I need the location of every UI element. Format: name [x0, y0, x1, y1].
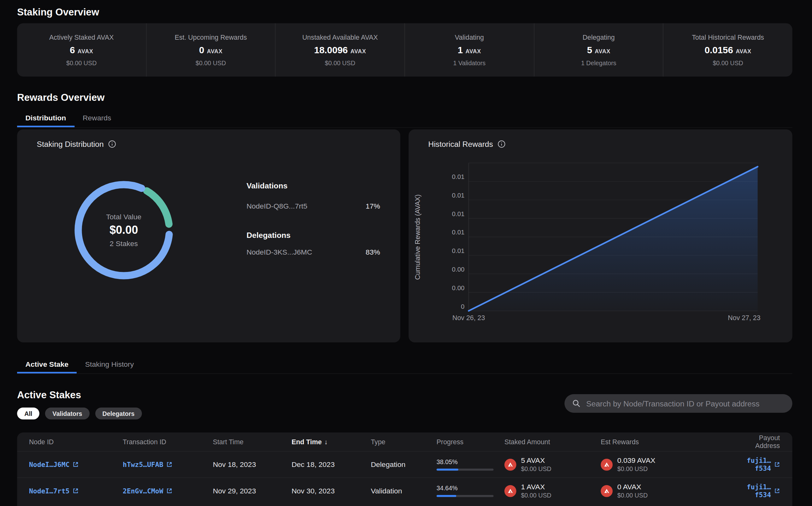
stat-sub: 1 Validators: [453, 59, 486, 67]
page-title: Staking Overview: [17, 7, 99, 18]
external-link-icon: [774, 461, 780, 468]
tab-rewards[interactable]: Rewards: [74, 110, 120, 127]
est-rewards-cell: 0.039 AVAX$0.00 USD: [601, 456, 733, 473]
x-tick-end: Nov 27, 23: [721, 314, 767, 322]
node-id-link[interactable]: NodeI…7rt5: [29, 487, 79, 495]
external-link-icon: [73, 488, 79, 494]
stat-sub: $0.00 USD: [196, 59, 226, 67]
table-row: NodeI…7rt5 2EnGv…CMoW Nov 29, 2023 Nov 3…: [17, 477, 792, 504]
y-tick: 0.01: [429, 229, 465, 236]
delegations-heading: Delegations: [246, 231, 290, 240]
stat-label: Total Historical Rewards: [692, 33, 764, 41]
stat-validating: Validating 1AVAX 1 Validators: [404, 23, 534, 77]
col-progress: Progress: [436, 438, 504, 446]
staking-distribution-panel: Staking Distribution Total Value $0.00 2…: [17, 129, 400, 342]
x-tick-start: Nov 26, 23: [446, 314, 492, 322]
stat-unit: AVAX: [595, 48, 610, 54]
table-row: NodeI…J6MC hTwz5…UFAB Nov 18, 2023 Dec 1…: [17, 451, 792, 477]
type-cell: Delegation: [371, 460, 436, 469]
staking-distribution-title: Staking Distribution: [37, 140, 104, 148]
search-icon: [572, 399, 581, 407]
y-tick: 0.01: [429, 247, 465, 255]
tx-id-link[interactable]: hTwz5…UFAB: [123, 460, 173, 469]
payout-address-link[interactable]: fuji1…f534: [734, 457, 780, 472]
avax-logo-icon: [504, 485, 517, 497]
y-tick: 0.00: [429, 266, 465, 273]
end-time-cell: Nov 30, 2023: [291, 487, 371, 495]
stat-delegating: Delegating 5AVAX 1 Delegators: [534, 23, 663, 77]
stat-unstaked-available: Unstaked Available AVAX 18.0096AVAX $0.0…: [275, 23, 404, 77]
stat-sub: $0.00 USD: [325, 59, 355, 67]
rewards-overview-title: Rewards Overview: [17, 92, 105, 103]
donut-center-label: Total Value: [106, 213, 141, 221]
progress-bar: [436, 469, 494, 471]
node-id-link[interactable]: NodeI…J6MC: [29, 460, 79, 469]
stat-value: 18.0096: [314, 45, 348, 56]
stat-unit: AVAX: [350, 48, 366, 54]
staked-amount-cell: 5 AVAX$0.00 USD: [504, 456, 601, 473]
filter-all[interactable]: All: [17, 408, 40, 420]
col-end-time[interactable]: End Time ↓: [291, 438, 371, 446]
node-percent: 83%: [365, 248, 380, 256]
progress-cell: 34.64%: [436, 485, 504, 497]
stat-unit: AVAX: [465, 48, 481, 54]
external-link-icon: [166, 488, 173, 494]
validations-heading: Validations: [246, 181, 287, 190]
delegations-item: NodeID-3KS...J6MC 83%: [246, 248, 380, 256]
node-percent: 17%: [365, 202, 380, 210]
payout-address-link[interactable]: fuji1…f534: [734, 483, 780, 498]
stakes-tabs: Active Stake Staking History: [17, 356, 792, 374]
y-tick: 0: [429, 303, 465, 310]
external-link-icon: [73, 461, 79, 468]
tab-distribution[interactable]: Distribution: [17, 110, 74, 127]
end-time-cell: Dec 18, 2023: [291, 460, 371, 469]
stat-value: 1: [458, 45, 463, 56]
search-input[interactable]: [585, 399, 793, 408]
info-icon[interactable]: [498, 140, 506, 148]
col-type: Type: [371, 438, 436, 446]
rewards-line-chart: [469, 163, 758, 311]
start-time-cell: Nov 29, 2023: [213, 487, 292, 495]
stat-unit: AVAX: [78, 48, 93, 54]
col-transaction-id: Transaction ID: [123, 438, 213, 446]
tx-id-link[interactable]: 2EnGv…CMoW: [123, 487, 173, 495]
info-icon[interactable]: [108, 140, 116, 148]
progress-bar: [436, 495, 494, 497]
stat-value: 0: [199, 45, 204, 56]
historical-rewards-title: Historical Rewards: [428, 140, 493, 148]
est-rewards-cell: 0 AVAX$0.00 USD: [601, 483, 733, 499]
staked-amount-cell: 1 AVAX$0.00 USD: [504, 483, 601, 499]
rewards-overview-tabs: Distribution Rewards: [17, 110, 792, 128]
historical-rewards-panel: Historical Rewards Cumulative Rewards (A…: [409, 129, 792, 342]
avax-logo-icon: [504, 458, 517, 471]
col-staked-amount: Staked Amount: [504, 438, 601, 446]
col-est-rewards: Est Rewards: [601, 438, 733, 446]
col-node-id: Node ID: [29, 438, 123, 446]
y-axis-title: Cumulative Rewards (AVAX): [412, 163, 423, 311]
node-id-label: NodeID-Q8G...7rt5: [246, 202, 307, 210]
stake-filters: All Validators Delegators: [17, 408, 142, 420]
avax-logo-icon: [601, 458, 613, 471]
stat-label: Validating: [455, 33, 484, 41]
tab-active-stake[interactable]: Active Stake: [17, 356, 77, 373]
filter-delegators[interactable]: Delegators: [95, 408, 142, 420]
active-stakes-table: Node ID Transaction ID Start Time End Ti…: [17, 432, 792, 506]
tab-staking-history[interactable]: Staking History: [77, 356, 142, 373]
avax-logo-icon: [601, 485, 613, 497]
external-link-icon: [774, 488, 780, 494]
filter-validators[interactable]: Validators: [45, 408, 89, 420]
stat-value: 0.0156: [705, 45, 733, 56]
table-header: Node ID Transaction ID Start Time End Ti…: [17, 432, 792, 451]
donut-center-sub: 2 Stakes: [110, 240, 138, 248]
external-link-icon: [166, 461, 173, 468]
stat-sub: $0.00 USD: [66, 59, 96, 67]
stat-actively-staked: Actively Staked AVAX 6AVAX $0.00 USD: [17, 23, 146, 77]
y-tick: 0.00: [429, 284, 465, 292]
stat-unit: AVAX: [207, 48, 222, 54]
stat-sub: $0.00 USD: [713, 59, 743, 67]
stat-unit: AVAX: [736, 48, 751, 54]
active-stakes-title: Active Stakes: [17, 390, 81, 401]
node-id-label: NodeID-3KS...J6MC: [246, 248, 312, 256]
col-payout-address: Payout Address: [734, 434, 780, 449]
y-tick: 0.01: [429, 210, 465, 218]
